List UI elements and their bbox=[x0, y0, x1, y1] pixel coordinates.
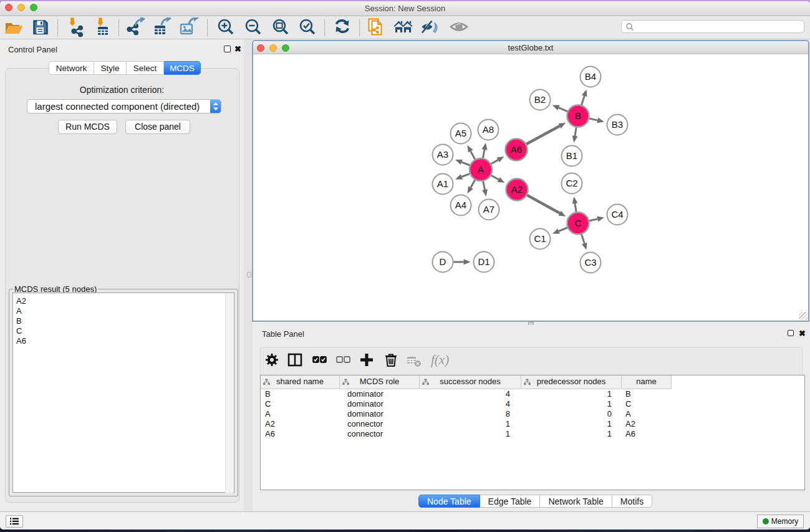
svg-text:C4: C4 bbox=[611, 209, 623, 220]
svg-text:A2: A2 bbox=[511, 184, 523, 195]
svg-text:A5: A5 bbox=[455, 128, 466, 138]
svg-text:C1: C1 bbox=[534, 233, 546, 244]
svg-text:C: C bbox=[575, 218, 582, 228]
svg-text:A6: A6 bbox=[511, 144, 522, 155]
svg-text:f(x): f(x) bbox=[431, 352, 449, 367]
svg-text:A8: A8 bbox=[483, 124, 494, 135]
svg-text:D1: D1 bbox=[478, 256, 489, 267]
svg-text:A1: A1 bbox=[437, 178, 448, 189]
svg-text:A7: A7 bbox=[483, 204, 494, 215]
svg-text:B4: B4 bbox=[585, 71, 596, 82]
svg-text:D: D bbox=[440, 256, 446, 267]
svg-text:B3: B3 bbox=[612, 119, 623, 130]
svg-text:B2: B2 bbox=[534, 94, 546, 105]
svg-text:A4: A4 bbox=[455, 200, 466, 210]
svg-text:B: B bbox=[575, 110, 581, 121]
svg-text:C3: C3 bbox=[584, 257, 596, 268]
svg-text:A3: A3 bbox=[437, 149, 448, 160]
svg-text:B1: B1 bbox=[566, 150, 577, 161]
svg-text:A: A bbox=[478, 164, 484, 175]
svg-text:C2: C2 bbox=[566, 178, 577, 188]
